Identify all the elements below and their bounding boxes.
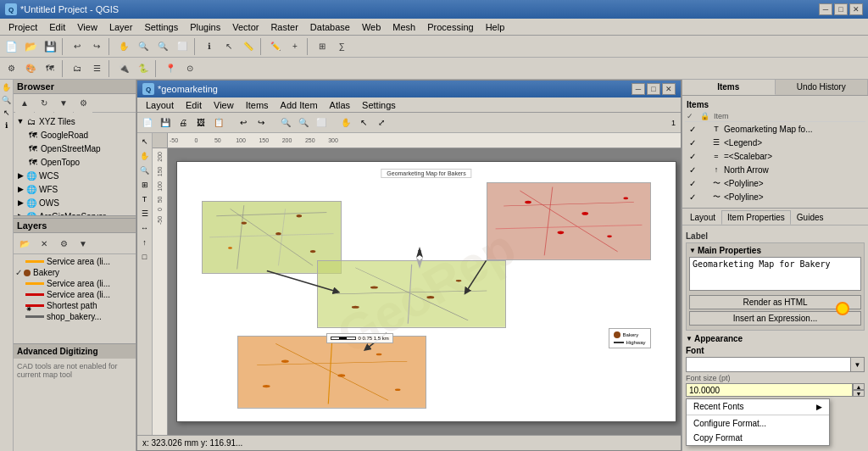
print-tool-add-shape[interactable]: □ [138,250,152,264]
open-layout-btn[interactable]: 🗺 [41,59,59,78]
render-as-html-btn[interactable]: Render as HTML [689,295,861,309]
font-size-up-btn[interactable]: ▲ [853,383,865,390]
menu-plugins[interactable]: Plugins [185,21,225,33]
layer-item-bakery[interactable]: ✓ Bakery [14,267,136,278]
undo-btn[interactable]: ↩ [68,37,86,56]
browser-item-opentopo[interactable]: 🗺 OpenTopo [14,155,136,169]
print-menu-add[interactable]: Add Item [275,99,323,111]
add-feature-btn[interactable]: + [286,37,304,56]
menu-settings[interactable]: Settings [139,21,183,33]
menu-edit[interactable]: Edit [44,21,70,33]
canvas-background[interactable]: GeoRep Geomarketing Map for Bakers [168,148,681,435]
print-tool-add-scalebar[interactable]: ↔ [138,221,152,235]
print-tool-add-legend[interactable]: ☰ [138,207,152,220]
print-move-content-btn[interactable]: ⤢ [373,114,390,131]
select-btn[interactable]: ↖ [220,37,238,56]
close-button[interactable]: ✕ [849,3,863,15]
print-undo-btn[interactable]: ↩ [235,114,252,131]
menu-help[interactable]: Help [481,21,510,33]
print-tool-pan[interactable]: ✋ [138,149,152,163]
print-tool-add-text[interactable]: T [138,192,152,206]
print-menu-settings[interactable]: Settings [357,99,401,111]
tab-layout[interactable]: Layout [684,210,721,225]
print-zoom-full-btn[interactable]: ⬜ [313,114,330,131]
identify-tool-btn[interactable]: ℹ [1,120,13,131]
print-export-pdf-btn[interactable]: 📋 [210,114,227,131]
save-project-btn[interactable]: 💾 [41,37,59,56]
layer-style-btn[interactable]: 🎨 [21,59,40,78]
layer-panel-btn[interactable]: ☰ [87,59,106,78]
item-row-scalebar[interactable]: ✓ = =<Scalebar> [685,149,865,163]
browser-item-openstreetmap[interactable]: 🗺 OpenStreetMap [14,142,136,155]
print-redo-btn[interactable]: ↪ [253,114,270,131]
menu-mesh[interactable]: Mesh [387,21,420,33]
layer-item-service2[interactable]: Service area (li... [14,278,136,289]
print-save-btn[interactable]: 💾 [157,114,174,131]
render-btn[interactable]: ⚙ [2,59,20,78]
item-row-title[interactable]: ✓ T Geomarketing Map fo... [685,122,865,136]
zoom-in-btn[interactable]: 🔍 [134,37,153,56]
print-tool-zoom[interactable]: 🔍 [138,164,152,177]
print-menu-edit[interactable]: Edit [181,99,207,111]
layers-options-btn[interactable]: ⚙ [54,234,73,253]
print-maximize-btn[interactable]: □ [647,83,660,95]
menu-project[interactable]: Project [3,21,42,33]
menu-vector[interactable]: Vector [227,21,264,33]
dropdown-configure-format[interactable]: Configure Format... [687,416,829,431]
redo-btn[interactable]: ↪ [87,37,106,56]
print-tool-add-arrow[interactable]: ↑ [138,236,152,249]
print-close-btn[interactable]: ✕ [662,83,676,95]
zoom-out-btn[interactable]: 🔍 [153,37,172,56]
item-row-polyline1[interactable]: ✓ 〜 <Polyline> [685,176,865,190]
browser-item-arcgis[interactable]: ▶ 🌐 ArcGisMapServer [14,209,136,215]
new-project-btn[interactable]: 📄 [2,37,20,56]
tab-undo-history[interactable]: Undo History [776,80,869,95]
layers-filter-btn[interactable]: ▼ [74,234,92,253]
print-new-btn[interactable]: 📄 [139,114,156,131]
print-menu-layout[interactable]: Layout [141,99,179,111]
digitize-btn[interactable]: ✏️ [266,37,285,56]
print-zoom-in-btn[interactable]: 🔍 [277,114,294,131]
menu-web[interactable]: Web [357,21,386,33]
browser-options-btn[interactable]: ⚙ [74,94,92,113]
identify-btn[interactable]: ℹ [200,37,219,56]
zoom-full-btn[interactable]: ⬜ [173,37,192,56]
pan-map-btn[interactable]: ✋ [114,37,133,56]
label-value-textarea[interactable] [689,257,861,291]
print-print-btn[interactable]: 🖨 [175,114,192,131]
item-row-legend[interactable]: ✓ ☰ <Legend> [685,136,865,149]
maximize-button[interactable]: □ [834,3,848,15]
tab-items[interactable]: Items [682,80,776,95]
zoom-tool-btn[interactable]: 🔍 [1,94,13,106]
print-menu-items[interactable]: Items [241,99,274,111]
browser-refresh-btn[interactable]: ↻ [35,94,53,113]
print-select-btn[interactable]: ↖ [355,114,372,131]
print-tool-add-map[interactable]: ⊞ [138,178,152,192]
layer-item-shortest[interactable]: ⁕ Shortest path [14,300,136,311]
print-tool-select[interactable]: ↖ [138,135,152,148]
field-calc-btn[interactable]: ∑ [332,37,351,56]
print-zoom-out-btn[interactable]: 🔍 [295,114,312,131]
layer-item-service1[interactable]: Service area (li... [14,256,136,267]
browser-item-xyz[interactable]: ▼ 🗂 XYZ Tiles [14,114,136,128]
browser-btn[interactable]: 🗂 [68,59,86,78]
dropdown-recent-fonts[interactable]: Recent Fonts ▶ [687,399,829,414]
menu-database[interactable]: Database [305,21,355,33]
browser-item-wcs[interactable]: ▶ 🌐 WCS [14,169,136,182]
tab-guides[interactable]: Guides [791,210,830,225]
item-row-polyline2[interactable]: ✓ 〜 <Polyline> [685,190,865,203]
minimize-button[interactable]: ─ [819,3,832,15]
layers-remove-btn[interactable]: ✕ [35,234,53,253]
item-row-arrow[interactable]: ✓ ↑ North Arrow [685,163,865,176]
browser-item-googleroad[interactable]: 🗺 GoogleRoad [14,128,136,142]
print-pan-btn[interactable]: ✋ [337,114,354,131]
print-minimize-btn[interactable]: ─ [632,83,645,95]
print-menu-view[interactable]: View [209,99,239,111]
measure-btn[interactable]: 📏 [239,37,258,56]
dropdown-copy-format[interactable]: Copy Format [687,431,829,445]
python-btn[interactable]: 🐍 [134,59,153,78]
pan-tool-btn[interactable]: ✋ [1,81,13,93]
tab-item-properties[interactable]: Item Properties [721,210,791,225]
browser-item-wfs[interactable]: ▶ 🌐 WFS [14,182,136,196]
plugin-btn[interactable]: 🔌 [114,59,133,78]
